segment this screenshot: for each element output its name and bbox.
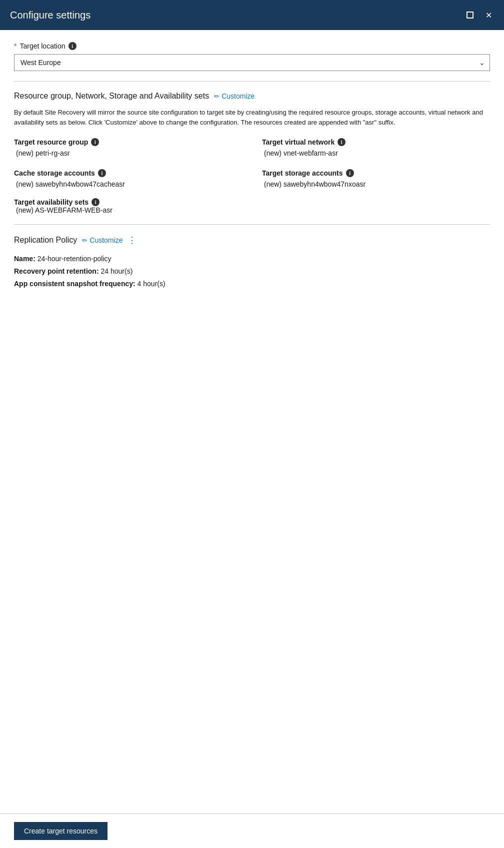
replication-heading: Replication Policy xyxy=(14,236,77,245)
target-location-text: Target location xyxy=(20,42,65,50)
required-star: * xyxy=(14,42,16,50)
target-storage-accounts-info-icon[interactable]: i xyxy=(346,169,354,177)
restore-button[interactable] xyxy=(464,10,476,21)
target-availability-sets-value: (new) AS-WEBFARM-WEB-asr xyxy=(14,206,490,214)
replication-pencil-icon: ✏ xyxy=(82,237,88,244)
policy-retention-value: 24 hour(s) xyxy=(100,267,132,275)
divider-1 xyxy=(14,81,490,82)
dots-menu[interactable]: ⋮ xyxy=(128,235,137,246)
policy-name-value: 24-hour-retention-policy xyxy=(38,255,112,263)
restore-icon xyxy=(466,12,474,19)
pencil-icon: ✏ xyxy=(214,93,220,100)
target-storage-accounts-item: Target storage accounts i (new) sawebyhn… xyxy=(262,169,490,188)
target-storage-accounts-label: Target storage accounts i xyxy=(262,169,490,177)
panel-header: Configure settings ✕ xyxy=(0,0,504,30)
cache-storage-accounts-value: (new) sawebyhn4wbow47cacheasr xyxy=(14,180,242,188)
replication-customize-link[interactable]: ✏ Customize xyxy=(82,236,122,244)
target-virtual-network-info-icon[interactable]: i xyxy=(338,138,346,146)
target-resource-group-label: Target resource group i xyxy=(14,138,242,146)
target-virtual-network-value: (new) vnet-webfarm-asr xyxy=(262,149,490,157)
target-storage-accounts-value: (new) sawebyhn4wbow47nxoasr xyxy=(262,180,490,188)
resource-customize-link[interactable]: ✏ Customize xyxy=(214,92,254,100)
policy-details: Name: 24-hour-retention-policy Recovery … xyxy=(14,254,490,289)
replication-customize-label: Customize xyxy=(90,236,122,244)
replication-heading-row: Replication Policy ✏ Customize ⋮ xyxy=(14,235,490,246)
cache-storage-accounts-info-icon[interactable]: i xyxy=(98,169,106,177)
panel-title: Configure settings xyxy=(10,10,90,21)
target-resource-group-info-icon[interactable]: i xyxy=(91,138,99,146)
target-virtual-network-item: Target virtual network i (new) vnet-webf… xyxy=(262,138,490,157)
target-location-select[interactable]: West Europe East US North Europe Southea… xyxy=(14,54,490,71)
target-availability-sets-info-icon[interactable]: i xyxy=(92,198,100,206)
target-location-label: * Target location i xyxy=(14,42,490,50)
resource-section: Resource group, Network, Storage and Ava… xyxy=(14,92,490,214)
divider-2 xyxy=(14,224,490,225)
resource-section-description: By default Site Recovery will mirror the… xyxy=(14,108,490,127)
close-button[interactable]: ✕ xyxy=(484,9,494,22)
target-resource-group-value: (new) petri-rg-asr xyxy=(14,149,242,157)
resource-grid: Target resource group i (new) petri-rg-a… xyxy=(14,138,490,188)
resource-section-heading-row: Resource group, Network, Storage and Ava… xyxy=(14,92,490,101)
target-location-section: * Target location i West Europe East US … xyxy=(14,42,490,71)
policy-snapshot-row: App consistent snapshot frequency: 4 hou… xyxy=(14,279,490,289)
policy-name-row: Name: 24-hour-retention-policy xyxy=(14,254,490,264)
cache-storage-accounts-label: Cache storage accounts i xyxy=(14,169,242,177)
create-target-resources-button[interactable]: Create target resources xyxy=(14,822,108,840)
panel-footer: Create target resources xyxy=(0,813,504,848)
resource-customize-label: Customize xyxy=(222,92,254,100)
policy-name-label: Name: xyxy=(14,255,36,263)
policy-snapshot-label: App consistent snapshot frequency: xyxy=(14,280,136,288)
header-controls: ✕ xyxy=(464,9,494,22)
policy-retention-label: Recovery point retention: xyxy=(14,267,99,275)
target-location-select-wrapper: West Europe East US North Europe Southea… xyxy=(14,54,490,71)
policy-snapshot-value: 4 hour(s) xyxy=(138,280,166,288)
cache-storage-accounts-item: Cache storage accounts i (new) sawebyhn4… xyxy=(14,169,242,188)
resource-section-heading: Resource group, Network, Storage and Ava… xyxy=(14,92,209,101)
target-availability-sets-label: Target availability sets i xyxy=(14,198,490,206)
policy-retention-row: Recovery point retention: 24 hour(s) xyxy=(14,266,490,277)
main-content: * Target location i West Europe East US … xyxy=(0,30,504,813)
target-virtual-network-label: Target virtual network i xyxy=(262,138,490,146)
replication-policy-section: Replication Policy ✏ Customize ⋮ Name: 2… xyxy=(14,235,490,289)
target-availability-sets-section: Target availability sets i (new) AS-WEBF… xyxy=(14,198,490,214)
close-icon: ✕ xyxy=(486,11,492,20)
target-resource-group-item: Target resource group i (new) petri-rg-a… xyxy=(14,138,242,157)
target-location-info-icon[interactable]: i xyxy=(68,42,76,50)
